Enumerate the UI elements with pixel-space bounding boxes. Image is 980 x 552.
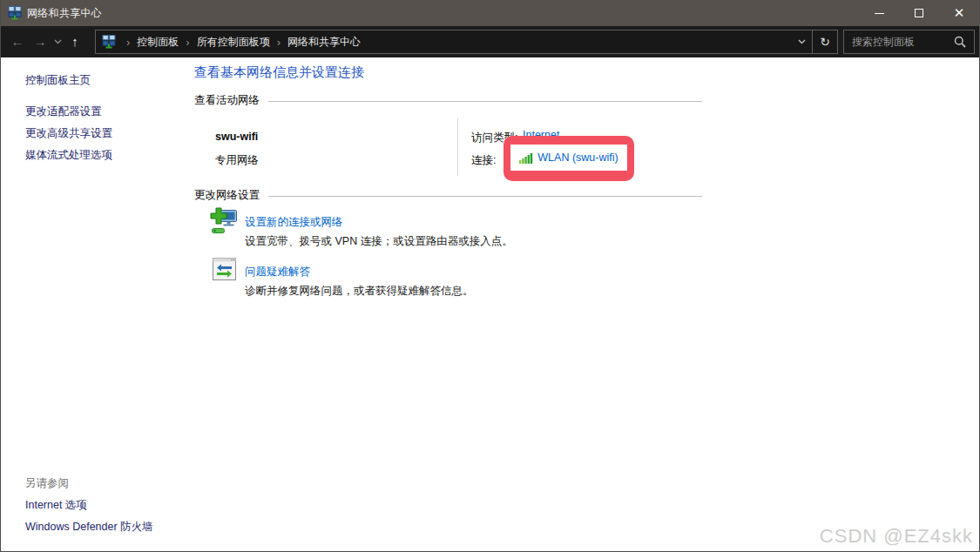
network-profile: 专用网络 — [215, 153, 259, 168]
active-networks-label: 查看活动网络 — [194, 93, 260, 108]
highlight-annotation: WLAN (swu-wifi) — [504, 136, 634, 181]
new-connection-icon — [210, 207, 240, 235]
network-name: swu-wifi — [215, 131, 258, 143]
connections-label: 连接: — [471, 153, 496, 168]
troubleshoot-desc: 诊断并修复网络问题，或者获得疑难解答信息。 — [245, 284, 474, 299]
wlan-connection-link[interactable]: WLAN (swu-wifi) — [537, 151, 618, 164]
page-title: 查看基本网络信息并设置连接 — [194, 64, 364, 81]
sidebar-item-control-panel-home[interactable]: 控制面板主页 — [25, 73, 91, 88]
sidebar-item-media-streaming-options[interactable]: 媒体流式处理选项 — [25, 148, 112, 163]
breadcrumb-network-sharing-center[interactable]: 网络和共享中心 — [287, 35, 361, 50]
section-divider-line — [268, 196, 702, 197]
breadcrumb-all-items[interactable]: 所有控制面板项 — [197, 35, 270, 50]
network-app-icon-small — [102, 35, 116, 49]
refresh-button[interactable]: ↻ — [812, 30, 837, 53]
window-title: 网络和共享中心 — [27, 6, 102, 21]
network-sharing-center-window: 网络和共享中心 ✕ ← → ↑ › 控制面板 — [0, 0, 980, 552]
breadcrumb-separator: › — [179, 36, 196, 49]
breadcrumb-control-panel[interactable]: 控制面板 — [137, 35, 179, 50]
change-settings-label: 更改网络设置 — [194, 188, 260, 203]
search-box — [843, 30, 975, 54]
search-input[interactable] — [844, 36, 953, 48]
close-icon: ✕ — [954, 5, 965, 21]
sidebar-item-advanced-sharing-settings[interactable]: 更改高级共享设置 — [25, 126, 112, 141]
main-pane: 查看基本网络信息并设置连接 查看活动网络 swu-wifi 专用网络 访问类型:… — [194, 57, 702, 552]
address-bar[interactable]: › 控制面板 › 所有控制面板项 › 网络和共享中心 ↻ — [95, 30, 838, 54]
content-area: 控制面板主页 更改适配器设置 更改高级共享设置 媒体流式处理选项 另请参阅 In… — [1, 57, 979, 552]
breadcrumb-separator: › — [270, 36, 287, 49]
navigation-bar: ← → ↑ › 控制面板 › 所有控制面板项 › 网络和共享中心 — [1, 26, 979, 57]
sidebar-item-change-adapter-settings[interactable]: 更改适配器设置 — [25, 104, 102, 119]
column-divider — [457, 118, 458, 176]
see-also-header: 另请参阅 — [25, 476, 69, 491]
section-divider-line — [268, 101, 702, 102]
close-button[interactable]: ✕ — [939, 0, 979, 26]
up-button[interactable]: ↑ — [64, 30, 86, 54]
recent-pages-dropdown[interactable] — [51, 39, 64, 44]
change-settings-section-header: 更改网络设置 — [194, 188, 702, 203]
active-networks-section-header: 查看活动网络 — [194, 93, 702, 108]
csdn-watermark: CSDN @EZ4skk — [820, 525, 973, 548]
sidebar-item-internet-options[interactable]: Internet 选项 — [25, 498, 87, 513]
minimize-button[interactable] — [859, 0, 899, 26]
back-button[interactable]: ← — [6, 30, 29, 54]
connection-link-container: WLAN (swu-wifi) — [510, 145, 627, 171]
breadcrumb-separator: › — [119, 36, 137, 49]
setup-new-connection-link[interactable]: 设置新的连接或网络 — [245, 215, 343, 230]
sidebar-item-windows-defender-firewall[interactable]: Windows Defender 防火墙 — [25, 520, 153, 535]
setup-new-connection-desc: 设置宽带、拨号或 VPN 连接；或设置路由器或接入点。 — [245, 234, 513, 249]
title-bar: 网络和共享中心 ✕ — [1, 0, 979, 26]
troubleshoot-link[interactable]: 问题疑难解答 — [245, 265, 310, 279]
forward-button[interactable]: → — [29, 30, 51, 54]
maximize-icon — [915, 9, 923, 17]
search-icon[interactable] — [953, 35, 967, 49]
address-dropdown-button[interactable] — [791, 30, 812, 53]
wifi-signal-icon — [519, 152, 533, 164]
troubleshoot-icon — [213, 258, 236, 280]
minimize-icon — [875, 13, 884, 14]
network-app-icon — [8, 6, 22, 20]
maximize-button[interactable] — [899, 0, 939, 26]
